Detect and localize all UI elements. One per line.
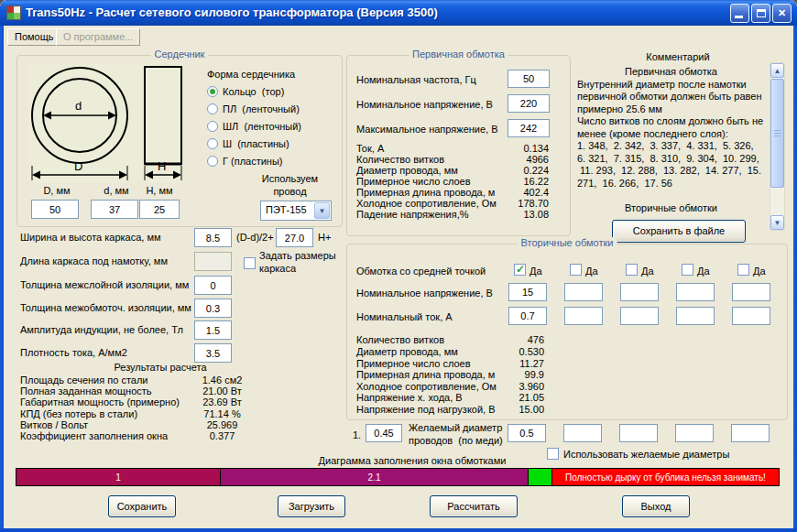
- exit-button[interactable]: Выход: [622, 495, 690, 517]
- secondary-voltage-input-1[interactable]: [508, 283, 547, 301]
- radio-shape-pl[interactable]: [207, 103, 218, 114]
- desired-diameter-input-4[interactable]: [675, 424, 714, 442]
- load-button[interactable]: Загрузить: [278, 495, 345, 517]
- window-border-left: [0, 26, 4, 532]
- secondary-voltage-input-2[interactable]: [564, 283, 603, 301]
- secondary-wire-diameter-value: 0.530: [448, 346, 544, 357]
- midpoint-checkbox-3[interactable]: [626, 264, 638, 276]
- frame-width-input[interactable]: [194, 228, 232, 247]
- desired-diameter-primary-input[interactable]: [366, 424, 402, 442]
- scroll-up-icon[interactable]: ▲: [770, 63, 784, 78]
- comment-scrollbar[interactable]: ▲ ▼: [770, 62, 785, 231]
- fill-segment-label: 1: [115, 472, 121, 483]
- dim-d-input[interactable]: [91, 200, 138, 219]
- save-button[interactable]: Сохранить: [108, 495, 176, 517]
- midpoint-checkbox-5-label: Да: [753, 266, 766, 277]
- dim-D-input[interactable]: [31, 200, 79, 219]
- secondary-current-input-1[interactable]: [508, 307, 547, 325]
- nominal-frequency-label: Номинальная частота, Гц: [356, 74, 476, 85]
- secondary-voltage-input-3[interactable]: [620, 283, 659, 301]
- frame-length-label: Длина каркаса под намотку, мм: [20, 255, 168, 266]
- set-frame-size-label-line1: Задать размеры: [259, 250, 336, 261]
- chevron-down-icon[interactable]: ▼: [314, 202, 330, 219]
- midpoint-checkbox-2[interactable]: [570, 264, 582, 276]
- desired-diameter-input-1[interactable]: [508, 424, 546, 442]
- secondary-current-input-4[interactable]: [676, 307, 715, 325]
- dim-H-input[interactable]: [139, 200, 180, 219]
- fill-segment-label: 2.1: [368, 472, 381, 483]
- overall-power-value: 23.69 Вт: [174, 396, 270, 407]
- calculate-button[interactable]: Рассчитать: [430, 495, 518, 517]
- secondary-current-input-3[interactable]: [620, 307, 659, 325]
- radio-shape-g-label: Г (пластины): [223, 156, 283, 167]
- secondary-current-label: Номинальный ток, А: [356, 311, 453, 322]
- diagram-d-label: d: [75, 99, 82, 113]
- induction-amplitude-input[interactable]: [194, 320, 232, 340]
- radio-shape-g[interactable]: [207, 156, 218, 167]
- close-button[interactable]: ✕: [772, 4, 792, 23]
- midpoint-checkbox-1[interactable]: [514, 264, 526, 276]
- core-diagram: d D H: [28, 63, 182, 182]
- secondary-voltage-input-4[interactable]: [676, 283, 715, 301]
- title-bar: Trans50Hz - Расчет сетевого силового тра…: [0, 0, 797, 26]
- fill-segment-warning-label: Полностью дырку от бублика нельзя занима…: [565, 472, 766, 483]
- midpoint-checkbox-4[interactable]: [682, 264, 693, 276]
- steel-area-value: 1.46 см2: [174, 375, 270, 385]
- overall-power-label: Габаритная мощность (примерно): [20, 396, 180, 407]
- secondary-layers-value: 11.27: [448, 358, 544, 369]
- core-shape-label: Форма сердечника: [207, 69, 295, 80]
- minimize-icon: [735, 16, 743, 18]
- primary-group-title: Первичная обмотка: [409, 49, 508, 60]
- secondary-current-input-2[interactable]: [564, 307, 603, 325]
- max-voltage-label: Максимальное напряжение, В: [356, 124, 498, 135]
- max-voltage-input[interactable]: [508, 119, 550, 137]
- desired-diameter-label-line2: проводов (по меди): [409, 435, 503, 446]
- window-border-bottom: [0, 528, 797, 532]
- current-density-input[interactable]: [194, 343, 232, 363]
- secondary-voltage-label: Номинальное напряжение, В: [356, 288, 493, 299]
- comment-line: 11. 293, 12. 288, 13. 282, 14. 277, 15.: [577, 165, 765, 178]
- fill-segment-free: [529, 469, 552, 485]
- wire-combobox-value: ПЭТ-155: [266, 204, 307, 215]
- induction-amplitude-label: Амплитуда индукции, не более, Тл: [20, 324, 183, 335]
- midpoint-checkbox-3-label: Да: [641, 266, 654, 277]
- menu-help-button[interactable]: Помощь: [7, 28, 61, 46]
- primary-wire-diameter-value: 0.224: [453, 165, 549, 176]
- radio-shape-sh[interactable]: [207, 138, 218, 149]
- primary-wire-diameter-label: Диаметр провода, мм: [356, 165, 458, 176]
- layer-insulation-input[interactable]: [194, 276, 232, 295]
- secondary-voltage-input-5[interactable]: [732, 283, 770, 301]
- frame-height-input[interactable]: [276, 228, 313, 247]
- radio-shape-shl[interactable]: [207, 121, 218, 132]
- minimize-button[interactable]: [730, 4, 749, 23]
- secondary-open-voltage-label: Напряжение х. хода, В: [356, 392, 463, 403]
- save-to-file-button[interactable]: Сохранить в файле: [612, 220, 746, 243]
- primary-layers-value: 16.22: [453, 176, 549, 187]
- midpoint-checkbox-5[interactable]: [737, 264, 749, 276]
- scroll-down-icon[interactable]: ▼: [770, 215, 784, 230]
- primary-current-value: 0.134: [453, 143, 549, 154]
- app-icon: [6, 5, 21, 20]
- frame-height-formula-label: H+: [318, 232, 331, 243]
- radio-shape-pl-label: ПЛ (ленточный): [223, 103, 300, 114]
- winding-insulation-input[interactable]: [194, 299, 232, 318]
- comment-line: менее (кроме последнего слоя):: [577, 128, 765, 141]
- nominal-voltage-input[interactable]: [508, 94, 550, 113]
- secondary-open-voltage-value: 21.05: [448, 392, 544, 403]
- secondary-group: Вторичные обмотки Обмотка со средней точ…: [346, 244, 788, 420]
- desired-diameter-input-3[interactable]: [619, 424, 658, 442]
- efficiency-label: КПД (без потерь в стали): [20, 408, 137, 419]
- fill-diagram-bar: 1 2.1 Полностью дырку от бублика нельзя …: [16, 468, 780, 486]
- maximize-button[interactable]: [751, 4, 770, 23]
- desired-diameter-input-5[interactable]: [731, 424, 770, 442]
- scrollbar-thumb[interactable]: [770, 79, 784, 188]
- wire-combobox[interactable]: ПЭТ-155 ▼: [260, 201, 332, 221]
- nominal-frequency-input[interactable]: [508, 70, 550, 88]
- app-window: Trans50Hz - Расчет сетевого силового тра…: [0, 0, 797, 532]
- secondary-current-input-5[interactable]: [732, 307, 770, 325]
- radio-shape-ring[interactable]: [207, 86, 218, 97]
- frame-width-formula-label: (D-d)/2+: [236, 232, 274, 243]
- set-frame-size-checkbox[interactable]: [244, 257, 256, 269]
- desired-diameter-input-2[interactable]: [563, 424, 602, 442]
- full-power-value: 21.00 Вт: [174, 385, 270, 396]
